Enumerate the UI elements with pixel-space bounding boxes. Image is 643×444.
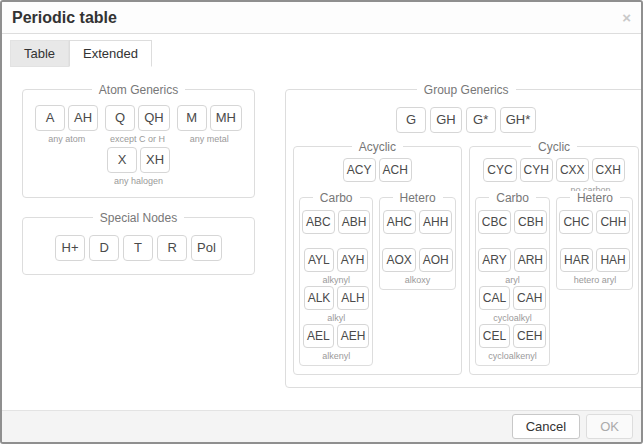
button-gh[interactable]: GH	[430, 107, 462, 133]
alkynyl-group: AYL AYH alkynyl	[304, 248, 369, 286]
caption-alkyl: alkyl	[327, 313, 345, 324]
button-r[interactable]: R	[157, 235, 187, 261]
acyclic-hetero-section: Hetero AHC AHH	[379, 197, 455, 290]
button-pair: AHC AHH	[383, 210, 453, 234]
button-ael[interactable]: AEL	[303, 324, 334, 348]
button-alh[interactable]: ALH	[337, 286, 368, 310]
button-pair: AEL AEH	[303, 324, 369, 348]
special-nodes-row: H+ D T R Pol	[23, 218, 254, 274]
button-qh[interactable]: QH	[138, 105, 170, 131]
button-arh[interactable]: ARH	[514, 248, 547, 272]
button-ah[interactable]: AH	[68, 105, 98, 131]
button-g-star[interactable]: G*	[466, 107, 496, 133]
button-ceh[interactable]: CEH	[513, 324, 546, 348]
cyclic-columns: Carbo CBC CBH	[475, 197, 634, 366]
button-ayl[interactable]: AYL	[304, 248, 334, 272]
button-aoh[interactable]: AOH	[419, 248, 453, 272]
acy-group: ACY ACH	[343, 158, 412, 196]
except-c-or-h-group: Q QH except C or H	[105, 105, 170, 145]
button-hah[interactable]: HAH	[596, 248, 629, 272]
caption-any-atom: any atom	[48, 134, 85, 145]
button-pair: ARY ARH	[478, 248, 547, 272]
button-d[interactable]: D	[89, 235, 119, 261]
cancel-button[interactable]: Cancel	[512, 414, 580, 439]
atom-generics-section: Atom Generics A AH any atom Q QH	[22, 89, 255, 198]
cyclic-carbo-rows: CBC CBH ARY ARH	[476, 198, 550, 365]
button-cyh[interactable]: CYH	[520, 158, 553, 182]
periodic-table-dialog: Periodic table × Table Extended Atom Gen…	[0, 0, 643, 444]
any-halogen-group: X XH any halogen	[107, 147, 170, 187]
cyclic-carbo-section: Carbo CBC CBH	[475, 197, 551, 366]
button-pair: AYL AYH	[304, 248, 369, 272]
caption-alkynyl: alkynyl	[322, 275, 350, 286]
button-ahc[interactable]: AHC	[383, 210, 416, 234]
acyclic-carbo-section: Carbo ABC ABH	[299, 197, 373, 366]
acyclic-section: Acyclic ACY ACH	[293, 146, 462, 375]
button-pair: CYC CYH	[483, 158, 553, 182]
button-cbc[interactable]: CBC	[478, 210, 511, 234]
button-mh[interactable]: MH	[210, 105, 242, 131]
dialog-footer: Cancel OK	[2, 410, 641, 442]
caption-cycloalkyl: cycloalkyl	[493, 313, 532, 324]
button-pair: ALK ALH	[304, 286, 369, 310]
tab-extended[interactable]: Extended	[69, 40, 152, 67]
cycloalkyl-group: CAL CAH cycloalkyl	[479, 286, 547, 324]
right-column: Group Generics G GH G* GH* Acyclic ACY	[285, 89, 643, 388]
alkyl-group: ALK ALH alkyl	[304, 286, 369, 324]
caption-alkoxy: alkoxy	[405, 275, 431, 286]
button-cyc[interactable]: CYC	[483, 158, 516, 182]
button-pair: A AH	[35, 105, 98, 131]
button-ary[interactable]: ARY	[478, 248, 510, 272]
button-pair: CHC CHH	[559, 210, 630, 234]
button-pol[interactable]: Pol	[191, 235, 222, 261]
button-cxx[interactable]: CXX	[556, 158, 589, 182]
button-pair: CAL CAH	[479, 286, 547, 310]
button-cel[interactable]: CEL	[479, 324, 510, 348]
button-ahh[interactable]: AHH	[419, 210, 452, 234]
left-column: Atom Generics A AH any atom Q QH	[22, 89, 255, 275]
ok-button[interactable]: OK	[586, 414, 633, 439]
button-cbh[interactable]: CBH	[514, 210, 547, 234]
button-aox[interactable]: AOX	[382, 248, 415, 272]
close-icon[interactable]: ×	[622, 10, 631, 25]
button-abh[interactable]: ABH	[338, 210, 371, 234]
button-alk[interactable]: ALK	[304, 286, 335, 310]
caption-any-metal: any metal	[190, 134, 229, 145]
tab-table[interactable]: Table	[10, 40, 69, 67]
button-chc[interactable]: CHC	[559, 210, 593, 234]
no-carbon-group: CXX CXH no carbon	[556, 158, 625, 196]
any-atom-group: A AH any atom	[35, 105, 98, 145]
button-xh[interactable]: XH	[140, 147, 170, 173]
button-aeh[interactable]: AEH	[337, 324, 370, 348]
button-gh-star[interactable]: GH*	[500, 107, 537, 133]
button-cah[interactable]: CAH	[513, 286, 546, 310]
dialog-body: Atom Generics A AH any atom Q QH	[2, 67, 641, 410]
alkoxy-group: AOX AOH alkoxy	[382, 248, 452, 286]
caption-aryl: aryl	[505, 275, 520, 286]
dialog-title: Periodic table	[12, 9, 117, 26]
button-ach[interactable]: ACH	[379, 158, 412, 182]
cyclic-top-row: CYC CYH CXX CXH no carbon	[475, 147, 634, 196]
button-q[interactable]: Q	[105, 105, 135, 131]
button-t[interactable]: T	[123, 235, 153, 261]
button-h-plus[interactable]: H+	[55, 235, 85, 261]
button-acy[interactable]: ACY	[343, 158, 376, 182]
acyclic-top-row: ACY ACH	[299, 147, 456, 196]
button-chh[interactable]: CHH	[596, 210, 630, 234]
cyclic-hetero-section: Hetero CHC CHH	[556, 197, 633, 290]
abc-group: ABC ABH	[302, 210, 370, 248]
button-har[interactable]: HAR	[560, 248, 593, 272]
cyclic-section: Cyclic CYC CYH CXX	[469, 146, 640, 375]
caption-alkenyl: alkenyl	[322, 351, 350, 362]
atom-generics-row-2: X XH any halogen	[23, 145, 254, 197]
button-abc[interactable]: ABC	[302, 210, 335, 234]
caption-except-c-or-h: except C or H	[110, 134, 165, 145]
button-cxh[interactable]: CXH	[592, 158, 625, 182]
button-m[interactable]: M	[177, 105, 207, 131]
button-x[interactable]: X	[107, 147, 137, 173]
button-cal[interactable]: CAL	[479, 286, 510, 310]
button-ayh[interactable]: AYH	[337, 248, 369, 272]
button-g[interactable]: G	[396, 107, 426, 133]
button-a[interactable]: A	[35, 105, 65, 131]
group-generics-columns: Acyclic ACY ACH	[293, 146, 639, 375]
